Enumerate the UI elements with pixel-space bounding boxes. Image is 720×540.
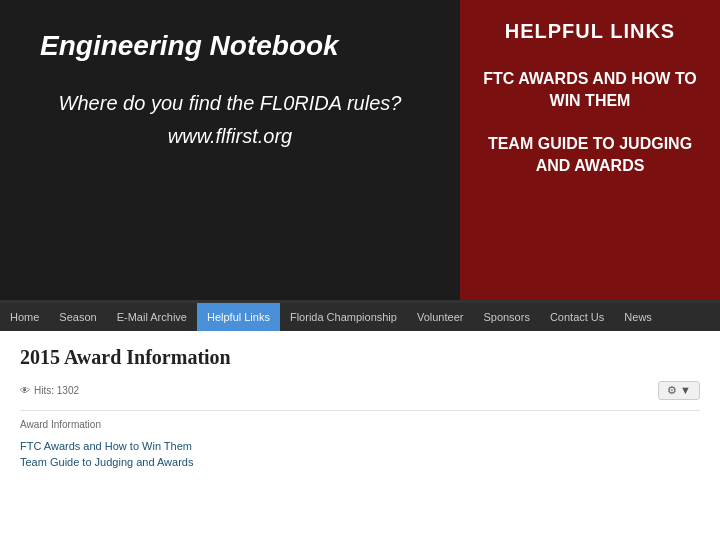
nav-sponsors[interactable]: Sponsors (473, 303, 539, 331)
nav-contact-us[interactable]: Contact Us (540, 303, 614, 331)
nav-email-archive[interactable]: E-Mail Archive (107, 303, 197, 331)
page-title: 2015 Award Information (20, 346, 700, 369)
nav-bar: Home Season E-Mail Archive Helpful Links… (0, 303, 720, 331)
divider (20, 410, 700, 411)
helpful-links-title: HELPFUL LINKS (505, 20, 675, 43)
link-item-2[interactable]: TEAM GUIDE TO JUDGING AND AWARDS (475, 133, 705, 178)
nav-volunteer[interactable]: Volunteer (407, 303, 473, 331)
url-text: www.flfirst.org (40, 125, 420, 148)
content-link-1[interactable]: FTC Awards and How to Win Them (20, 440, 700, 452)
main-container: Engineering Notebook Where do you find t… (0, 0, 720, 540)
question-text: Where do you find the FL0RIDA rules? (40, 92, 420, 115)
nav-home[interactable]: Home (0, 303, 49, 331)
nav-news[interactable]: News (614, 303, 662, 331)
content-link-2[interactable]: Team Guide to Judging and Awards (20, 456, 700, 468)
page-content: 2015 Award Information 👁 Hits: 1302 ⚙ ▼ … (0, 331, 720, 540)
gear-button[interactable]: ⚙ ▼ (658, 381, 700, 400)
breadcrumb: Award Information (20, 419, 700, 430)
content-links: FTC Awards and How to Win Them Team Guid… (20, 440, 700, 468)
hits-row: 👁 Hits: 1302 ⚙ ▼ (20, 381, 700, 400)
top-section: Engineering Notebook Where do you find t… (0, 0, 720, 300)
browser-section: Home Season E-Mail Archive Helpful Links… (0, 300, 720, 540)
link-item-1[interactable]: FTC AWARDS AND HOW TO WIN THEM (475, 68, 705, 113)
hits-count: Hits: 1302 (34, 385, 79, 396)
left-panel: Engineering Notebook Where do you find t… (0, 0, 460, 300)
nav-season[interactable]: Season (49, 303, 106, 331)
nav-helpful-links[interactable]: Helpful Links (197, 303, 280, 331)
hits-info: 👁 Hits: 1302 (20, 385, 79, 396)
nav-florida-championship[interactable]: Florida Championship (280, 303, 407, 331)
hits-eye-icon: 👁 (20, 385, 30, 396)
notebook-title: Engineering Notebook (40, 30, 420, 62)
right-panel: HELPFUL LINKS FTC AWARDS AND HOW TO WIN … (460, 0, 720, 300)
